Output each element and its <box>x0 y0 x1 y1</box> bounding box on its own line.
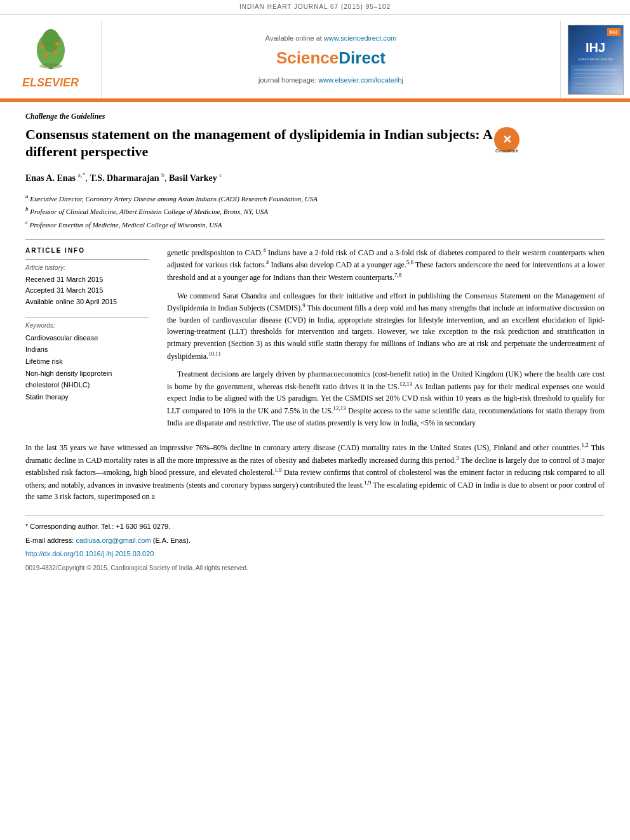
article-history-block: Article history: Received 31 March 2015 … <box>25 259 149 308</box>
available-online-date: Available online 30 April 2015 <box>25 297 149 308</box>
affiliations: a Executive Director, Coronary Artery Di… <box>25 192 605 230</box>
keywords-block: Keywords: Cardiovascular disease Indians… <box>25 317 149 403</box>
keyword-1: Cardiovascular disease <box>25 332 149 344</box>
journal-cover: IHJ IHJ Indian Heart Journal <box>560 21 630 98</box>
bottom-section: In the last 35 years we have witnessed a… <box>25 441 605 503</box>
elsevier-logo: ELSEVIER <box>0 21 102 98</box>
affiliation-c: c Professor Emeritus of Medicine, Medica… <box>25 218 605 230</box>
email-note: E-mail address: cadiusa.org@gmail.com (E… <box>25 535 605 547</box>
two-column-layout: ARTICLE INFO Article history: Received 3… <box>25 246 605 435</box>
doi-note: http://dx.doi.org/10.1016/j.ihj.2015.03.… <box>25 549 605 560</box>
copyright-notice: 0019-4832/Copyright © 2015, Cardiologica… <box>25 564 605 573</box>
ihj-badge: IHJ <box>607 28 620 36</box>
article-info-title: ARTICLE INFO <box>25 246 149 255</box>
journal-citation: INDIAN HEART JOURNAL 67 (2015) 95–102 <box>239 3 391 10</box>
right-para-3: Treatment decisions are largely driven b… <box>167 368 605 429</box>
ihj-logo-text: IHJ <box>586 39 605 57</box>
journal-homepage-text: journal homepage: www.elsevier.com/locat… <box>258 76 403 85</box>
authors-line: Enas A. Enas a,*, T.S. Dharmarajan b, Ba… <box>25 171 605 184</box>
corresponding-author-note: * Corresponding author. Tel.: +1 630 961… <box>25 521 605 533</box>
bottom-intro-para: In the last 35 years we have witnessed a… <box>25 441 605 503</box>
svg-point-7 <box>39 63 62 69</box>
keyword-2: Indians <box>25 343 149 356</box>
keyword-4: Non-high density lipoproteincholesterol … <box>25 368 149 391</box>
cover-decoration <box>571 65 620 91</box>
corresponding-label: * Corresponding author. Tel.: +1 630 961… <box>25 523 170 530</box>
sciencedirect-logo: ScienceDirect <box>276 46 385 69</box>
keywords-label: Keywords: <box>25 321 149 330</box>
journal-header: ELSEVIER Available online at www.science… <box>0 15 630 100</box>
main-content: Challenge the Guidelines Consensus state… <box>0 102 630 582</box>
svg-point-4 <box>55 42 59 46</box>
affiliation-b: b Professor of Clinical Medicine, Albert… <box>25 204 605 217</box>
history-label: Article history: <box>25 263 149 272</box>
top-bar: INDIAN HEART JOURNAL 67 (2015) 95–102 <box>0 0 630 15</box>
keyword-3: Lifetime risk <box>25 356 149 368</box>
ihj-subtitle: Indian Heart Journal <box>578 57 612 62</box>
left-column: ARTICLE INFO Article history: Received 3… <box>25 246 149 435</box>
available-online-text: Available online at www.sciencedirect.co… <box>265 34 396 43</box>
email-link[interactable]: cadiusa.org@gmail.com <box>76 537 151 544</box>
journal-cover-image: IHJ IHJ Indian Heart Journal <box>568 25 624 95</box>
received-date: Received 31 March 2015 <box>25 274 149 286</box>
section-label: Challenge the Guidelines <box>25 111 605 122</box>
svg-point-5 <box>44 53 48 57</box>
crossmark-badge: ✕ CrossMark <box>493 126 521 154</box>
sciencedirect-url[interactable]: www.sciencedirect.com <box>324 34 396 42</box>
svg-point-3 <box>41 45 44 49</box>
svg-text:CrossMark: CrossMark <box>495 149 518 153</box>
affiliation-a: a Executive Director, Coronary Artery Di… <box>25 192 605 204</box>
doi-link[interactable]: http://dx.doi.org/10.1016/j.ihj.2015.03.… <box>25 550 154 557</box>
section-divider <box>25 239 605 240</box>
svg-point-2 <box>42 29 60 52</box>
elsevier-wordmark: ELSEVIER <box>22 75 79 91</box>
keyword-5: Statin therapy <box>25 391 149 403</box>
accepted-date: Accepted 31 March 2015 <box>25 285 149 297</box>
journal-homepage-url[interactable]: www.elsevier.com/locate/ihj <box>318 76 403 84</box>
right-para-2: We commend Sarat Chandra and colleagues … <box>167 290 605 363</box>
right-column: genetic predisposition to CAD.4 Indians … <box>167 246 605 435</box>
center-header: Available online at www.sciencedirect.co… <box>102 21 560 98</box>
elsevier-tree-icon <box>22 28 79 72</box>
footer-area: * Corresponding author. Tel.: +1 630 961… <box>25 516 605 573</box>
svg-text:✕: ✕ <box>502 133 512 146</box>
article-title: Consensus statement on the management of… <box>25 126 521 161</box>
right-para-1: genetic predisposition to CAD.4 Indians … <box>167 246 605 284</box>
svg-point-6 <box>53 50 57 54</box>
